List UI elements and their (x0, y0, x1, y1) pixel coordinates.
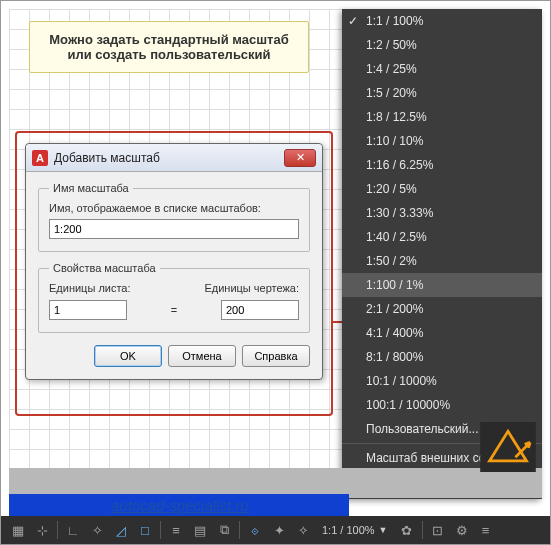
watermark-text: autocad-specialist.ru (111, 497, 249, 514)
polar-icon[interactable]: ✧ (86, 519, 108, 541)
scale-menu-item[interactable]: 1:2 / 50% (342, 33, 542, 57)
cancel-button[interactable]: Отмена (168, 345, 236, 367)
annotation-icon[interactable]: ⟐ (244, 519, 266, 541)
scale-menu-item[interactable]: 10:1 / 1000% (342, 369, 542, 393)
menu-item-label: 1:40 / 2.5% (366, 230, 427, 244)
close-button[interactable]: ✕ (284, 149, 316, 167)
dialog-titlebar[interactable]: A Добавить масштаб ✕ (26, 144, 322, 172)
drawing-units-label: Единицы чертежа: (204, 282, 299, 294)
scale-menu-item[interactable]: 1:100 / 1% (342, 273, 542, 297)
scale-name-legend: Имя масштаба (49, 182, 133, 194)
scale-menu-item[interactable]: 1:8 / 12.5% (342, 105, 542, 129)
paper-units-label: Единицы листа: (49, 282, 131, 294)
scale-props-group: Свойства масштаба Единицы листа: Единицы… (38, 262, 310, 333)
scale-props-legend: Свойства масштаба (49, 262, 160, 274)
scale-name-input[interactable] (49, 219, 299, 239)
scale-menu-item[interactable]: 1:50 / 2% (342, 249, 542, 273)
autocad-icon: A (32, 150, 48, 166)
menu-item-label: 8:1 / 800% (366, 350, 423, 364)
divider (422, 521, 423, 539)
brand-logo (480, 422, 536, 472)
menu-item-label: 1:100 / 1% (366, 278, 423, 292)
scale-menu-item[interactable]: 1:5 / 20% (342, 81, 542, 105)
osnap-icon[interactable]: □ (134, 519, 156, 541)
menu-item-label: 1:1 / 100% (366, 14, 423, 28)
menu-item-label: 1:50 / 2% (366, 254, 417, 268)
scale-menu-item[interactable]: 1:4 / 25% (342, 57, 542, 81)
drawing-units-input[interactable] (221, 300, 299, 320)
menu-item-label: 1:2 / 50% (366, 38, 417, 52)
cycling-icon[interactable]: ⧉ (213, 519, 235, 541)
ok-button[interactable]: OK (94, 345, 162, 367)
menu-item-label: 1:30 / 3.33% (366, 206, 433, 220)
lineweight-icon[interactable]: ≡ (165, 519, 187, 541)
menu-item-label: 1:5 / 20% (366, 86, 417, 100)
menu-item-label: 10:1 / 1000% (366, 374, 437, 388)
hardware-icon[interactable]: ⚙ (451, 519, 473, 541)
isodraft-icon[interactable]: ◿ (110, 519, 132, 541)
divider (160, 521, 161, 539)
divider (57, 521, 58, 539)
scale-menu-item[interactable]: 8:1 / 800% (342, 345, 542, 369)
scale-menu-item[interactable]: 1:16 / 6.25% (342, 153, 542, 177)
scale-menu-item[interactable]: 1:40 / 2.5% (342, 225, 542, 249)
scale-menu-item[interactable]: 2:1 / 200% (342, 297, 542, 321)
scale-name-label: Имя, отображаемое в списке масштабов: (49, 202, 299, 214)
add-scale-dialog: A Добавить масштаб ✕ Имя масштаба Имя, о… (25, 143, 323, 380)
gear-icon[interactable]: ✿ (396, 519, 418, 541)
dialog-body: Имя масштаба Имя, отображаемое в списке … (26, 172, 322, 379)
scale-menu-item[interactable]: 1:20 / 5% (342, 177, 542, 201)
transparency-icon[interactable]: ▤ (189, 519, 211, 541)
scale-menu-item[interactable]: 1:10 / 10% (342, 129, 542, 153)
chevron-down-icon: ▼ (379, 525, 388, 535)
annoscale-icon[interactable]: ✦ (268, 519, 290, 541)
scale-display[interactable]: 1:1 / 100%▼ (316, 524, 394, 536)
annoscale2-icon[interactable]: ⟡ (292, 519, 314, 541)
customize-icon[interactable]: ≡ (475, 519, 497, 541)
dialog-title: Добавить масштаб (54, 151, 284, 165)
callout-text: Можно задать стандартный масштаб или соз… (49, 32, 288, 62)
scale-menu-item[interactable]: 1:1 / 100% (342, 9, 542, 33)
isolate-icon[interactable]: ⊡ (427, 519, 449, 541)
menu-item-label: 100:1 / 10000% (366, 398, 450, 412)
menu-item-label: 1:10 / 10% (366, 134, 423, 148)
scale-menu-item[interactable]: 4:1 / 400% (342, 321, 542, 345)
menu-item-label: 1:4 / 25% (366, 62, 417, 76)
equals-sign: = (168, 304, 180, 316)
snap-icon[interactable]: ⊹ (31, 519, 53, 541)
menu-item-label: 4:1 / 400% (366, 326, 423, 340)
help-button[interactable]: Справка (242, 345, 310, 367)
menu-item-label: 1:8 / 12.5% (366, 110, 427, 124)
menu-item-label: 1:20 / 5% (366, 182, 417, 196)
paper-units-input[interactable] (49, 300, 127, 320)
menu-item-label: Пользовательский... (366, 422, 479, 436)
status-bar: ▦ ⊹ ∟ ✧ ◿ □ ≡ ▤ ⧉ ⟐ ✦ ⟡ 1:1 / 100%▼ ✿ ⊡ … (1, 516, 550, 544)
scale-menu-item[interactable]: 1:30 / 3.33% (342, 201, 542, 225)
menu-item-label: 2:1 / 200% (366, 302, 423, 316)
scale-menu-item[interactable]: 100:1 / 10000% (342, 393, 542, 417)
grid-icon[interactable]: ▦ (7, 519, 29, 541)
annotation-callout: Можно задать стандартный масштаб или соз… (29, 21, 309, 73)
ortho-icon[interactable]: ∟ (62, 519, 84, 541)
scale-name-group: Имя масштаба Имя, отображаемое в списке … (38, 182, 310, 252)
divider (239, 521, 240, 539)
menu-item-label: 1:16 / 6.25% (366, 158, 433, 172)
